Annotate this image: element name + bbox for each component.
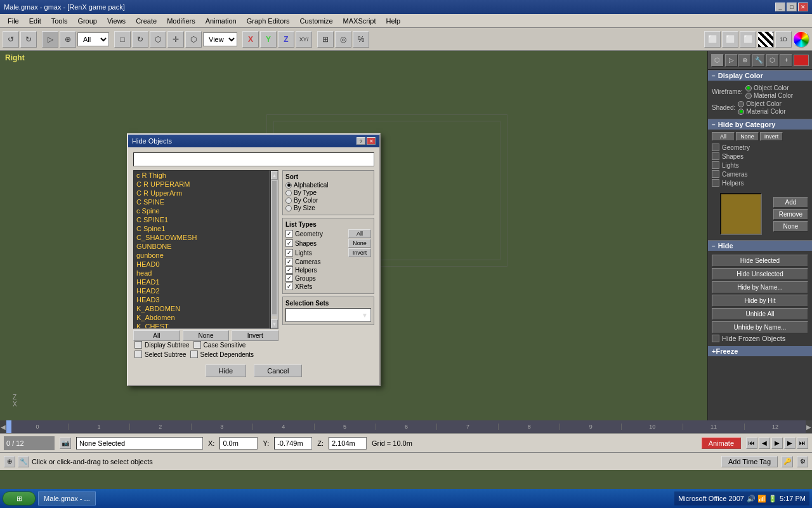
settings-icon[interactable]: ⚙ [797, 456, 808, 467]
hide-action-button[interactable]: Hide [206, 364, 247, 377]
menu-help[interactable]: Help [381, 16, 406, 26]
helpers-checkbox[interactable]: ✓ [285, 266, 293, 274]
sort-alphabetical[interactable]: Alphabetical [285, 182, 371, 189]
sort-alphabetical-radio[interactable] [285, 182, 292, 189]
motion-panel-icon[interactable]: ▷ [725, 54, 738, 67]
scale-button[interactable]: ⬡ [150, 31, 166, 48]
shaded-object-radio[interactable] [738, 101, 744, 107]
undo-button[interactable]: ↺ [3, 31, 19, 48]
hierarchy-panel-icon[interactable]: ⊕ [738, 54, 751, 67]
z-coord-field[interactable]: 2.104m [329, 437, 367, 450]
select-dependents-label[interactable]: Select Dependents [190, 351, 254, 358]
shapes-none-button[interactable]: None [348, 239, 371, 248]
select-region-button[interactable]: □ [114, 31, 131, 48]
display-subtree-checkbox[interactable] [134, 341, 142, 349]
add-button[interactable]: Add [773, 197, 808, 208]
wireframe-material-color[interactable]: Material Color [745, 92, 793, 99]
shapes-checkbox[interactable]: ✓ [285, 239, 293, 247]
none-button[interactable]: None [773, 221, 808, 232]
list-item[interactable]: HEAD3 [134, 295, 270, 304]
create-panel-icon[interactable]: + [780, 54, 792, 67]
list-item[interactable]: C Spine1 [134, 224, 270, 233]
dialog-help-button[interactable]: ? [357, 137, 365, 145]
freeze-section-header[interactable]: + Freeze [708, 346, 812, 356]
camera-icon[interactable]: 📷 [60, 438, 71, 449]
shaded-material-color[interactable]: Material Color [738, 108, 785, 115]
taskbar-gmax-item[interactable]: Male.gmax - ... [38, 491, 96, 505]
list-item[interactable]: HEAD1 [134, 277, 270, 286]
menu-edit[interactable]: Edit [24, 16, 46, 26]
scroll-down-button[interactable]: ▼ [271, 319, 278, 328]
timeline-left-arrow[interactable]: ◀ [0, 420, 6, 433]
menu-create[interactable]: Create [131, 16, 162, 26]
list-scrollbar[interactable]: ▲ ▼ [270, 170, 278, 329]
hide-frozen-checkbox[interactable] [712, 335, 719, 342]
wireframe-object-color[interactable]: Object Color [745, 84, 793, 91]
list-item[interactable]: C R UPPERARM [134, 180, 270, 189]
close-button[interactable]: ✕ [798, 3, 808, 11]
menu-customize[interactable]: Customize [295, 16, 338, 26]
hide-section-header[interactable]: − Hide [708, 240, 812, 251]
dialog-close-button[interactable]: ✕ [367, 137, 376, 145]
dropdown-arrow-icon[interactable]: ▼ [362, 312, 368, 319]
cancel-action-button[interactable]: Cancel [254, 364, 302, 377]
key-icon[interactable]: 🔑 [782, 456, 793, 467]
sort-by-size-radio[interactable] [285, 205, 292, 211]
hide-by-category-header[interactable]: − Hide by Category [708, 119, 812, 130]
unhide-by-name-button[interactable]: Unhide by Name... [712, 321, 808, 333]
object-list[interactable]: c R Thigh C R UPPERARM C R UpperArm C SP… [133, 170, 270, 329]
list-item[interactable]: C SPINE1 [134, 215, 270, 224]
material-editor[interactable]: ⬜ [740, 31, 756, 48]
menu-graph-editors[interactable]: Graph Editors [242, 16, 295, 26]
scroll-up-button[interactable]: ▲ [271, 171, 278, 180]
animate-button[interactable]: Animate [702, 438, 741, 449]
1d-button[interactable]: 1D [775, 31, 792, 48]
menu-views[interactable]: Views [102, 16, 131, 26]
next-frame-button[interactable]: ▶ [784, 438, 796, 449]
prev-frame-button[interactable]: ◀ [759, 438, 770, 449]
select-subtree-label[interactable]: Select Subtree [134, 351, 187, 358]
transform-button[interactable]: ✛ [167, 31, 184, 48]
snap-toggle[interactable]: ⊞ [317, 31, 334, 48]
utilities-panel-icon[interactable]: 🔧 [752, 54, 765, 67]
geometry-all-button[interactable]: All [348, 229, 371, 238]
lights-invert-button[interactable]: Invert [348, 248, 371, 257]
select-dependents-checkbox[interactable] [190, 351, 198, 358]
x-coord-field[interactable]: 0.0m [219, 437, 258, 450]
goto-end-button[interactable]: ⏭ [797, 438, 808, 449]
menu-modifiers[interactable]: Modifiers [162, 16, 200, 26]
add-time-tag-button[interactable]: Add Time Tag [721, 456, 778, 467]
scroll-thumb[interactable] [272, 181, 277, 314]
snap-icon[interactable]: ⊕ [4, 456, 15, 467]
selection-sets-dropdown[interactable]: ▼ [285, 308, 371, 322]
hide-selected-button[interactable]: Hide Selected [712, 255, 808, 267]
list-item[interactable]: C R UpperArm [134, 189, 270, 197]
color-wheel[interactable] [793, 31, 809, 48]
select-button[interactable]: ▷ [42, 31, 58, 48]
sort-by-type-radio[interactable] [285, 190, 292, 196]
color-picker-swatch[interactable] [720, 193, 762, 235]
sort-by-color[interactable]: By Color [285, 197, 371, 204]
lights-checkbox[interactable]: ✓ [285, 249, 293, 257]
window-controls[interactable]: _ □ ✕ [775, 3, 808, 11]
helpers-cat-checkbox[interactable] [712, 179, 719, 187]
all-button[interactable]: All [133, 330, 180, 341]
unhide-all-button[interactable]: Unhide All [712, 308, 808, 320]
timeline-track[interactable]: 0 1 2 3 4 5 6 7 8 9 10 11 12 [6, 420, 806, 433]
invert-button[interactable]: Invert [232, 330, 278, 341]
category-none-button[interactable]: None [736, 132, 759, 141]
xy-axis-button[interactable]: XY/ [296, 31, 312, 48]
list-item[interactable]: gunbone [134, 251, 270, 260]
list-item[interactable]: C_SHADOWMESH [134, 233, 270, 242]
minimize-button[interactable]: _ [775, 3, 785, 11]
hide-by-name-button[interactable]: Hide by Name... [712, 281, 808, 293]
goto-start-button[interactable]: ⏮ [746, 438, 757, 449]
checker-button[interactable] [757, 31, 774, 48]
mirror-button[interactable]: ⬡ [185, 31, 202, 48]
display-color-section-header[interactable]: − Display Color [708, 70, 812, 81]
hide-unselected-button[interactable]: Hide Unselected [712, 268, 808, 280]
list-item[interactable]: K_Abdomen [134, 313, 270, 322]
snap-angle[interactable]: ◎ [335, 31, 351, 48]
remove-button[interactable]: Remove [773, 209, 808, 220]
maximize-button[interactable]: □ [787, 3, 797, 11]
